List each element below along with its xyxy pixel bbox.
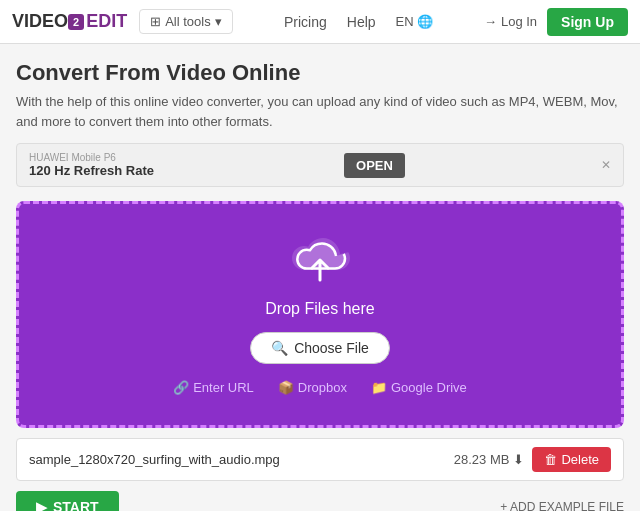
all-tools-button[interactable]: ⊞ All tools ▾ bbox=[139, 9, 233, 34]
lang-label: EN bbox=[396, 14, 414, 29]
header-left: VIDEO 2 EDIT ⊞ All tools ▾ bbox=[12, 9, 233, 34]
login-button[interactable]: → Log In bbox=[484, 14, 537, 29]
drop-text: Drop Files here bbox=[39, 300, 601, 318]
trash-icon: 🗑 bbox=[544, 452, 557, 467]
main-nav: Pricing Help EN 🌐 bbox=[284, 14, 433, 30]
chevron-down-icon: ▾ bbox=[215, 14, 222, 29]
file-name: sample_1280x720_surfing_with_audio.mpg bbox=[29, 452, 454, 467]
file-row: sample_1280x720_surfing_with_audio.mpg 2… bbox=[16, 438, 624, 481]
globe-icon: 🌐 bbox=[417, 14, 433, 29]
google-drive-link[interactable]: 📁 Google Drive bbox=[371, 380, 467, 395]
dropbox-link[interactable]: 📦 Dropbox bbox=[278, 380, 347, 395]
login-icon: → bbox=[484, 14, 497, 29]
google-drive-label: Google Drive bbox=[391, 380, 467, 395]
dropbox-label: Dropbox bbox=[298, 380, 347, 395]
ad-close-icon[interactable]: ✕ bbox=[601, 158, 611, 172]
ad-banner: HUAWEI Mobile P6 120 Hz Refresh Rate OPE… bbox=[16, 143, 624, 187]
start-button[interactable]: ▶ START bbox=[16, 491, 119, 511]
main-content: Convert From Video Online With the help … bbox=[0, 44, 640, 511]
download-icon: ⬇ bbox=[513, 452, 524, 467]
logo: VIDEO 2 EDIT bbox=[12, 11, 127, 32]
page-description: With the help of this online video conve… bbox=[16, 92, 624, 131]
nav-help[interactable]: Help bbox=[347, 14, 376, 30]
ad-open-button[interactable]: OPEN bbox=[344, 153, 405, 178]
enter-url-link[interactable]: 🔗 Enter URL bbox=[173, 380, 254, 395]
search-icon: 🔍 bbox=[271, 340, 288, 356]
nav-pricing[interactable]: Pricing bbox=[284, 14, 327, 30]
start-label: START bbox=[53, 499, 99, 511]
language-button[interactable]: EN 🌐 bbox=[396, 14, 433, 29]
ad-label: HUAWEI Mobile P6 bbox=[29, 152, 154, 163]
add-example-link[interactable]: + ADD EXAMPLE FILE bbox=[500, 500, 624, 511]
delete-button[interactable]: 🗑 Delete bbox=[532, 447, 611, 472]
logo-icon: 2 bbox=[68, 14, 84, 30]
login-label: Log In bbox=[501, 14, 537, 29]
page-title: Convert From Video Online bbox=[16, 60, 624, 86]
dropbox-icon: 📦 bbox=[278, 380, 294, 395]
header-right: → Log In Sign Up bbox=[484, 8, 628, 36]
all-tools-label: All tools bbox=[165, 14, 211, 29]
file-size-value: 28.23 MB bbox=[454, 452, 510, 467]
logo-text-edit: EDIT bbox=[86, 11, 127, 32]
ad-title: 120 Hz Refresh Rate bbox=[29, 163, 154, 178]
choose-file-button[interactable]: 🔍 Choose File bbox=[250, 332, 390, 364]
google-drive-icon: 📁 bbox=[371, 380, 387, 395]
action-row: ▶ START + ADD EXAMPLE FILE bbox=[16, 491, 624, 511]
enter-url-label: Enter URL bbox=[193, 380, 254, 395]
drop-zone[interactable]: Drop Files here 🔍 Choose File 🔗 Enter UR… bbox=[16, 201, 624, 428]
file-size: 28.23 MB ⬇ bbox=[454, 452, 525, 467]
grid-icon: ⊞ bbox=[150, 14, 161, 29]
upload-cloud-icon bbox=[39, 234, 601, 294]
drop-links: 🔗 Enter URL 📦 Dropbox 📁 Google Drive bbox=[39, 380, 601, 395]
choose-file-label: Choose File bbox=[294, 340, 369, 356]
ad-inner: HUAWEI Mobile P6 120 Hz Refresh Rate bbox=[29, 152, 154, 178]
play-icon: ▶ bbox=[36, 499, 47, 511]
delete-label: Delete bbox=[561, 452, 599, 467]
header: VIDEO 2 EDIT ⊞ All tools ▾ Pricing Help … bbox=[0, 0, 640, 44]
link-icon: 🔗 bbox=[173, 380, 189, 395]
signup-button[interactable]: Sign Up bbox=[547, 8, 628, 36]
logo-text-video: VIDEO bbox=[12, 11, 68, 32]
